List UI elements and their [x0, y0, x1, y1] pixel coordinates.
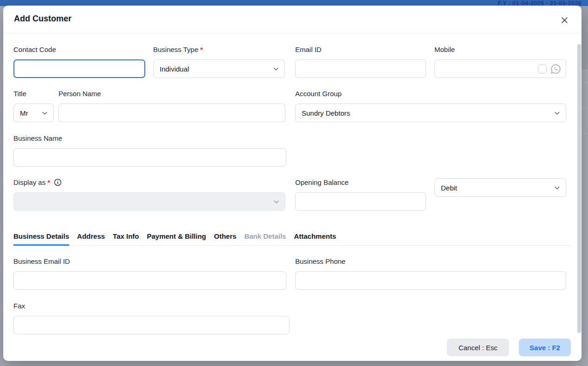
close-icon	[561, 17, 568, 24]
business-phone-label: Business Phone	[295, 257, 566, 265]
contact-code-field: Contact Code	[13, 46, 145, 78]
title-value: Mr	[20, 109, 28, 117]
business-type-value: Individual	[160, 65, 189, 73]
close-button[interactable]	[558, 14, 570, 26]
business-type-label: Business Type	[153, 46, 198, 53]
chevron-down-icon	[272, 65, 279, 72]
opening-balance-input[interactable]	[295, 192, 426, 211]
display-as-select	[13, 192, 285, 211]
tab-tax-info[interactable]: Tax Info	[113, 232, 139, 246]
email-id-label: Email ID	[295, 46, 426, 53]
person-name-label: Person Name	[58, 90, 285, 98]
tab-attachments[interactable]: Attachments	[294, 232, 336, 246]
background-row-divider	[582, 133, 588, 134]
background-row-divider	[582, 108, 588, 108]
business-type-select[interactable]: Individual	[153, 59, 285, 78]
chevron-down-icon	[554, 184, 561, 191]
save-button[interactable]: Save : F2	[519, 339, 571, 356]
whatsapp-icon[interactable]	[550, 63, 562, 75]
required-asterisk: *	[200, 46, 203, 53]
business-name-input[interactable]	[13, 148, 286, 167]
cancel-button[interactable]: Cancel : Esc	[447, 339, 509, 356]
balance-type-field: Debit	[434, 178, 566, 197]
business-phone-input[interactable]	[295, 271, 566, 290]
chevron-down-icon	[41, 110, 48, 117]
account-group-value: Sundry Debtors	[302, 109, 350, 117]
email-id-field: Email ID	[295, 46, 426, 78]
business-type-field: Business Type* Individual	[153, 46, 285, 78]
title-label: Title	[13, 90, 54, 98]
balance-type-value: Debit	[441, 184, 457, 192]
contact-code-label: Contact Code	[13, 46, 145, 53]
background-page	[582, 6, 588, 70]
tab-bank-details: Bank Details	[244, 232, 286, 246]
fax-label: Fax	[13, 302, 290, 310]
chevron-down-icon	[554, 110, 561, 117]
email-id-input[interactable]	[295, 59, 426, 78]
info-icon[interactable]	[54, 178, 62, 186]
opening-balance-field: Opening Balance	[295, 178, 426, 211]
tab-others[interactable]: Others	[214, 232, 236, 246]
account-group-label: Account Group	[295, 90, 566, 98]
business-name-field: Business Name	[13, 134, 286, 167]
fax-input[interactable]	[13, 316, 290, 334]
tab-payment-billing[interactable]: Payment & Billing	[147, 232, 206, 246]
business-phone-field: Business Phone	[295, 257, 566, 290]
contact-code-input[interactable]	[13, 59, 145, 78]
required-asterisk: *	[47, 178, 50, 186]
business-name-label: Business Name	[13, 134, 286, 142]
mobile-label: Mobile	[434, 46, 566, 53]
whatsapp-checkbox[interactable]	[538, 65, 547, 73]
opening-balance-label: Opening Balance	[295, 178, 426, 186]
tab-business-details[interactable]: Business Details	[13, 232, 69, 246]
balance-type-select[interactable]: Debit	[434, 178, 566, 197]
person-name-input[interactable]	[58, 104, 285, 122]
account-group-select[interactable]: Sundry Debtors	[295, 104, 566, 122]
display-as-label: Display as	[13, 178, 45, 186]
add-customer-modal: Add Customer Contact Code Business Type*…	[3, 6, 582, 361]
display-as-field: Display as*	[13, 178, 285, 211]
business-email-input[interactable]	[13, 271, 286, 290]
detail-tabs: Business Details Address Tax Info Paymen…	[13, 232, 571, 246]
account-group-field: Account Group Sundry Debtors	[295, 90, 566, 122]
modal-header: Add Customer	[3, 6, 582, 33]
person-name-field: Person Name	[58, 90, 285, 122]
background-row-divider	[582, 70, 588, 70]
mobile-field: Mobile	[434, 46, 566, 78]
business-email-field: Business Email ID	[13, 257, 286, 290]
chevron-down-icon	[273, 198, 280, 205]
modal-title: Add Customer	[14, 14, 71, 24]
background-row-divider	[582, 82, 588, 83]
fax-field: Fax	[13, 302, 290, 334]
modal-scrollbar[interactable]	[577, 44, 581, 333]
title-select[interactable]: Mr	[13, 104, 54, 122]
tab-address[interactable]: Address	[77, 232, 105, 246]
business-email-label: Business Email ID	[13, 257, 286, 265]
title-field: Title Mr	[13, 90, 54, 122]
